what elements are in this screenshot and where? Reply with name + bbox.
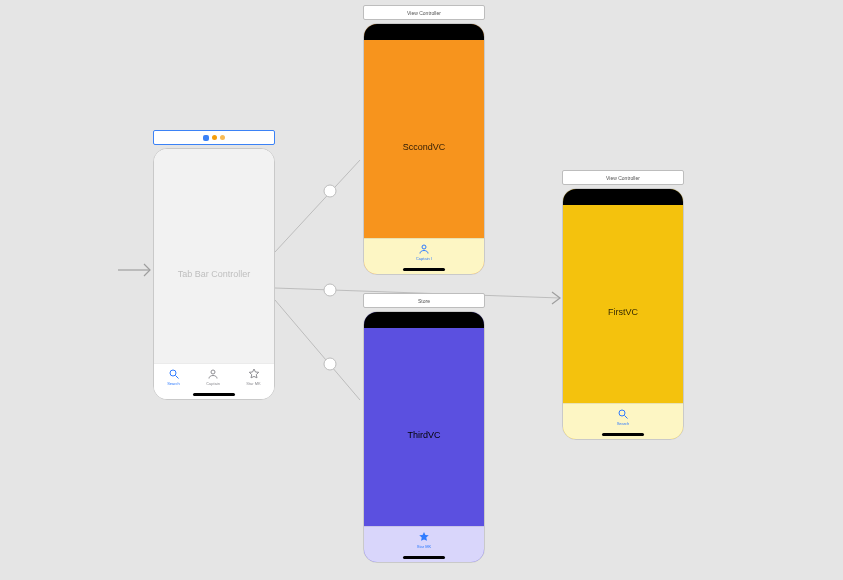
scene-titlebar[interactable]: Store [363,293,485,308]
segue-tabbar-to-third [275,300,360,400]
phone-frame[interactable]: SccondVC Captain I [363,23,485,275]
segue-tabbar-to-second [275,160,360,252]
scene-second-vc[interactable]: View Controller SccondVC Captain I [363,5,485,275]
star-icon [418,531,430,543]
device-notch [393,312,455,328]
phone-frame[interactable]: Tab Bar Controller Search Captain Star M… [153,148,275,400]
svg-point-11 [619,410,625,416]
tab-item-search[interactable]: Search [167,368,180,386]
scene-tab-bar-controller[interactable]: Tab Bar Controller Search Captain Star M… [153,130,275,400]
phone-frame[interactable]: FirstVC Search [562,188,684,440]
svg-point-10 [422,245,426,249]
svg-point-6 [324,358,336,370]
tab-label: Captain [206,381,220,386]
svg-line-12 [625,416,628,419]
svg-point-2 [324,185,336,197]
tab-item-search[interactable]: Search [617,408,630,426]
search-icon [617,408,629,420]
scene-header-label: View Controller [407,10,441,16]
tab-item-captain[interactable]: Captain I [416,243,432,261]
vc-title-label: SccondVC [364,142,484,152]
tab-label: Search [167,381,180,386]
svg-point-9 [211,370,215,374]
controller-title-label: Tab Bar Controller [154,269,274,279]
scene-third-vc[interactable]: Store ThirdVC Star MK [363,293,485,563]
search-icon [168,368,180,380]
scene-titlebar[interactable] [153,130,275,145]
home-indicator [403,556,445,559]
tab-item-star[interactable]: Star MK [246,368,260,386]
svg-point-4 [324,284,336,296]
star-icon [248,368,260,380]
tab-label: Captain I [416,256,432,261]
device-notch [393,24,455,40]
person-icon [418,243,430,255]
svg-line-8 [175,376,178,379]
entry-point-arrow [118,264,150,276]
exit-icon [220,135,225,140]
svg-point-7 [170,370,176,376]
vc-title-label: ThirdVC [364,430,484,440]
home-indicator [403,268,445,271]
scene-header-label: View Controller [606,175,640,181]
tab-item-star[interactable]: Star MK [417,531,431,549]
device-notch [592,189,654,205]
person-icon [207,368,219,380]
first-responder-icon [212,135,217,140]
svg-line-5 [275,300,360,400]
svg-line-1 [275,160,360,252]
tab-label: Star MK [417,544,431,549]
scene-header-label: Store [418,298,430,304]
phone-frame[interactable]: ThirdVC Star MK [363,311,485,563]
tab-label: Star MK [246,381,260,386]
tab-item-captain[interactable]: Captain [206,368,220,386]
scene-titlebar[interactable]: View Controller [363,5,485,20]
home-indicator [193,393,235,396]
scene-titlebar[interactable]: View Controller [562,170,684,185]
entry-point-icon [203,135,209,141]
home-indicator [602,433,644,436]
vc-title-label: FirstVC [563,307,683,317]
storyboard-canvas[interactable]: { "scenes": { "tabbar": { "title": "Tab … [0,0,843,580]
tab-label: Search [617,421,630,426]
scene-first-vc[interactable]: View Controller FirstVC Search [562,170,684,440]
